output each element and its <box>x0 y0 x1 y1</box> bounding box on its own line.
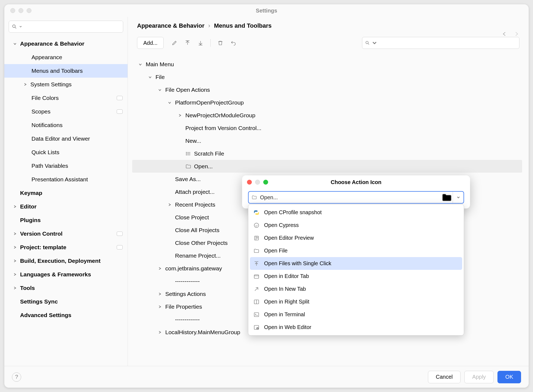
sidebar-item-notifications[interactable]: Notifications <box>4 118 128 132</box>
dropdown-option[interactable]: Open CProfile snapshot <box>250 206 462 219</box>
add-button[interactable]: Add... <box>137 37 164 49</box>
sidebar-item-label: Notifications <box>31 122 128 128</box>
sidebar-item-plugins[interactable]: Plugins <box>4 213 128 227</box>
svg-point-14 <box>254 223 259 227</box>
chevron-down-icon <box>372 40 377 45</box>
dropdown-option-label: Open File <box>264 248 288 254</box>
menu-item-label: Close Other Projects <box>175 240 228 246</box>
dropdown-option-label: Open Editor Preview <box>264 235 314 241</box>
menu-item[interactable]: NewProjectOrModuleGroup <box>132 109 522 122</box>
action-search-input[interactable]: Open... <box>248 191 464 204</box>
dropdown-option[interactable]: Open Files with Single Click <box>250 257 462 270</box>
folder-icon <box>249 195 260 200</box>
dropdown-option[interactable]: Open in Editor Tab <box>250 270 462 283</box>
menu-item-label: Recent Projects <box>175 201 215 208</box>
sidebar-item-quick-lists[interactable]: Quick Lists <box>4 146 128 159</box>
breadcrumb-sep: › <box>208 22 210 29</box>
sidebar-item-label: Presentation Assistant <box>31 176 128 183</box>
singleclick-icon <box>253 260 260 267</box>
sidebar-item-presentation-assistant[interactable]: Presentation Assistant <box>4 173 128 186</box>
folder-icon <box>253 248 260 254</box>
sidebar-item-data-editor-and-viewer[interactable]: Data Editor and Viewer <box>4 132 128 146</box>
project-badge-icon <box>117 109 123 114</box>
sidebar-item-version-control[interactable]: Version Control <box>4 227 128 241</box>
sidebar-item-label: Languages & Frameworks <box>20 271 128 278</box>
breadcrumb: Appearance & Behavior › Menus and Toolba… <box>137 22 519 29</box>
menu-item-label: PlatformOpenProjectGroup <box>175 99 244 106</box>
action-search-value: Open... <box>260 194 441 201</box>
help-button[interactable]: ? <box>12 372 21 382</box>
menu-item-label: File Properties <box>165 304 202 310</box>
sidebar-item-tools[interactable]: Tools <box>4 281 128 295</box>
toolbar-search-input[interactable] <box>362 37 519 49</box>
delete-icon[interactable] <box>214 37 226 49</box>
svg-line-7 <box>368 43 369 45</box>
sidebar-item-keymap[interactable]: Keymap <box>4 186 128 200</box>
breadcrumb-leaf: Menus and Toolbars <box>214 22 272 29</box>
menu-item[interactable]: PlatformOpenProjectGroup <box>132 96 522 109</box>
sidebar-item-build-execution-deployment[interactable]: Build, Execution, Deployment <box>4 254 128 268</box>
menu-item[interactable]: Project from Version Control... <box>132 122 522 134</box>
menu-item[interactable]: File <box>132 71 522 83</box>
apply-button[interactable]: Apply <box>464 371 494 383</box>
dropdown-option[interactable]: Open File <box>250 244 462 257</box>
sidebar-item-file-colors[interactable]: File Colors <box>4 91 128 105</box>
dropdown-option[interactable]: Open Cypress <box>250 219 462 232</box>
dropdown-option[interactable]: Open in Terminal <box>250 308 462 321</box>
python-icon <box>253 209 260 216</box>
sidebar-item-advanced-settings[interactable]: Advanced Settings <box>4 308 128 322</box>
sidebar-item-languages-frameworks[interactable]: Languages & Frameworks <box>4 268 128 281</box>
move-up-icon[interactable] <box>182 37 193 49</box>
dropdown-toggle[interactable] <box>453 192 464 203</box>
sidebar-item-label: Project: template <box>20 244 117 251</box>
menu-item[interactable]: File Open Actions <box>132 83 522 96</box>
sidebar-item-label: Editor <box>20 203 128 210</box>
nav-forward-icon[interactable] <box>513 31 519 37</box>
sidebar-item-menus-and-toolbars[interactable]: Menus and Toolbars <box>4 64 128 78</box>
sidebar-item-path-variables[interactable]: Path Variables <box>4 159 128 173</box>
edit-icon[interactable] <box>169 37 180 49</box>
dropdown-option[interactable]: Open in Right Split <box>250 295 462 308</box>
dropdown-option[interactable]: Open In New Tab <box>250 283 462 295</box>
undo-icon[interactable] <box>227 37 239 49</box>
settings-tree: Appearance & BehaviorAppearanceMenus and… <box>4 36 128 364</box>
list-icon <box>185 151 191 157</box>
sidebar-item-label: Plugins <box>20 217 128 223</box>
breadcrumb-root[interactable]: Appearance & Behavior <box>137 22 204 29</box>
cancel-button[interactable]: Cancel <box>428 371 461 383</box>
sidebar-item-project-template[interactable]: Project: template <box>4 241 128 254</box>
sidebar-item-appearance-behavior[interactable]: Appearance & Behavior <box>4 37 128 50</box>
menu-item[interactable]: New... <box>132 134 522 147</box>
sidebar-item-settings-sync[interactable]: Settings Sync <box>4 295 128 308</box>
project-badge-icon <box>117 96 123 100</box>
sidebar-item-label: Appearance & Behavior <box>20 40 128 47</box>
menu-item-label: Main Menu <box>146 61 174 68</box>
settings-search-input[interactable] <box>9 21 123 33</box>
dropdown-option[interactable]: Open in Web Editor <box>250 321 462 334</box>
dropdown-option-label: Open in Web Editor <box>264 324 311 330</box>
sidebar-item-label: Advanced Settings <box>20 312 128 318</box>
svg-point-0 <box>12 25 15 27</box>
svg-rect-26 <box>254 312 259 317</box>
menu-item[interactable]: Open... <box>132 160 522 173</box>
menu-item-label: ------------- <box>175 278 200 284</box>
menu-item[interactable]: Scratch File <box>132 147 522 160</box>
move-down-icon[interactable] <box>195 37 207 49</box>
menu-item-label: Save As... <box>175 176 201 182</box>
sidebar-item-label: Build, Execution, Deployment <box>20 258 128 264</box>
svg-point-11 <box>186 152 187 153</box>
menu-item[interactable]: Main Menu <box>132 58 522 71</box>
dropdown-option-label: Open in Terminal <box>264 311 305 318</box>
ok-button[interactable]: OK <box>497 371 521 383</box>
sidebar-item-editor[interactable]: Editor <box>4 200 128 213</box>
sidebar-item-appearance[interactable]: Appearance <box>4 50 128 64</box>
tab-icon <box>253 273 260 280</box>
dropdown-option[interactable]: Open Editor Preview <box>250 232 462 244</box>
sidebar-item-scopes[interactable]: Scopes <box>4 105 128 118</box>
menu-item-label: Settings Actions <box>165 291 206 297</box>
menu-item-label: Project from Version Control... <box>185 125 261 131</box>
nav-back-icon[interactable] <box>502 31 507 37</box>
sidebar-item-system-settings[interactable]: System Settings <box>4 78 128 91</box>
settings-footer: ? Cancel Apply OK <box>4 366 529 388</box>
menu-item-label: ------------- <box>175 316 200 323</box>
